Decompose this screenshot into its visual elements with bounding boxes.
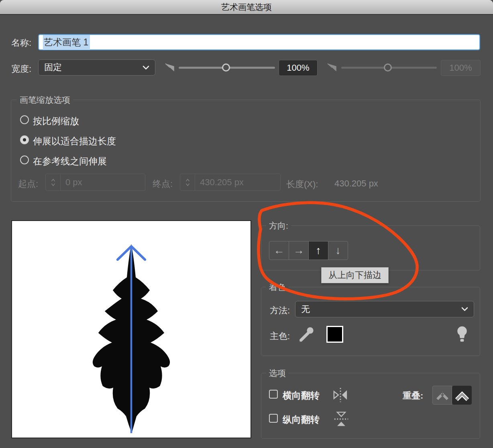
dialog-title: 艺术画笔选项 — [221, 2, 272, 13]
art-brush-options-dialog: { "window": { "title": "艺术画笔选项" }, "name… — [0, 0, 493, 448]
width-label: 宽度: — [11, 63, 31, 75]
width-value-input[interactable]: 100% — [279, 60, 318, 76]
options-panel: 选项 — [261, 373, 480, 439]
brush-scale-options-legend: 画笔缩放选项 — [17, 94, 73, 106]
brush-name-value: 艺术画笔 1 — [43, 35, 90, 50]
pen-pressure-icon — [165, 62, 175, 73]
colorization-method-value: 无 — [301, 303, 310, 315]
dialog-titlebar: 艺术画笔选项 — [0, 0, 493, 15]
overlap-on-button[interactable] — [452, 386, 472, 405]
width-slider-handle[interactable] — [222, 63, 230, 72]
flip-vertical-icon — [333, 410, 349, 428]
radio-scale-proportionally-label: 按比例缩放 — [33, 115, 79, 127]
secondary-value: 100% — [449, 63, 472, 73]
stepper-icon — [46, 174, 61, 190]
flip-vertical-label: 纵向翻转 — [283, 413, 320, 426]
end-label: 终点: — [153, 178, 173, 190]
end-input: 430.205 px — [180, 174, 281, 191]
width-type-value: 固定 — [44, 61, 62, 74]
start-value: 0 px — [61, 177, 82, 188]
arrow-down-icon: ↓ — [335, 244, 341, 257]
colorization-panel: 着色 — [261, 287, 480, 356]
lightbulb-icon[interactable] — [456, 325, 468, 343]
radio-stretch-between-guides-label: 在参考线之间伸展 — [33, 155, 107, 168]
arrow-right-icon: → — [293, 244, 304, 257]
arrow-left-icon: ← — [274, 244, 285, 257]
overlap-label: 重叠: — [403, 390, 423, 402]
flip-horizontal-icon — [332, 387, 349, 403]
chevron-down-icon — [143, 65, 149, 70]
direction-down-button[interactable]: ↓ — [328, 241, 348, 260]
colorization-legend: 着色 — [266, 282, 289, 293]
secondary-value-input: 100% — [441, 60, 481, 76]
length-label: 长度(X): — [286, 178, 318, 190]
arrow-up-icon: ↑ — [316, 244, 321, 257]
width-type-select[interactable]: 固定 — [38, 59, 155, 76]
secondary-slider-handle — [384, 63, 392, 72]
direction-right-button[interactable]: → — [289, 241, 309, 260]
leaf-brush-preview-image — [12, 221, 251, 438]
colorization-method-select[interactable]: 无 — [295, 301, 474, 317]
flip-vertical-checkbox[interactable] — [269, 414, 278, 423]
flip-horizontal-checkbox[interactable] — [269, 390, 278, 399]
key-color-swatch[interactable] — [326, 326, 343, 343]
direction-left-button[interactable]: ← — [269, 241, 289, 260]
width-value: 100% — [287, 63, 309, 73]
overlap-off-button[interactable] — [432, 386, 452, 405]
stepper-icon — [180, 174, 195, 190]
brush-preview — [11, 220, 251, 438]
overlap-button-group — [432, 386, 472, 405]
chevron-down-icon — [461, 307, 468, 311]
direction-tooltip: 从上向下描边 — [321, 267, 389, 283]
radio-scale-proportionally[interactable] — [20, 115, 29, 124]
direction-up-button[interactable]: ↑ — [309, 241, 328, 260]
radio-stretch-between-guides[interactable] — [20, 155, 29, 164]
direction-legend: 方向: — [266, 220, 291, 231]
options-legend: 选项 — [266, 368, 289, 379]
length-value: 430.205 px — [334, 178, 378, 189]
direction-tooltip-text: 从上向下描边 — [328, 269, 381, 281]
brush-name-input[interactable]: 艺术画笔 1 — [38, 34, 480, 50]
method-label: 方法: — [270, 305, 290, 317]
direction-button-group: ← → ↑ ↓ — [269, 241, 348, 260]
start-label: 起点: — [18, 178, 38, 190]
overlap-on-icon — [455, 389, 469, 402]
eyedropper-icon[interactable] — [298, 325, 315, 343]
end-value: 430.205 px — [195, 177, 244, 188]
flip-horizontal-label: 横向翻转 — [283, 389, 320, 402]
radio-stretch-to-fit[interactable] — [20, 135, 29, 144]
radio-stretch-to-fit-label: 伸展以适合描边长度 — [33, 135, 116, 147]
overlap-off-icon — [435, 389, 450, 402]
key-color-label: 主色: — [270, 330, 290, 342]
name-label: 名称: — [11, 37, 31, 49]
start-input: 0 px — [45, 174, 145, 191]
pen-pressure-icon-secondary — [327, 62, 337, 73]
